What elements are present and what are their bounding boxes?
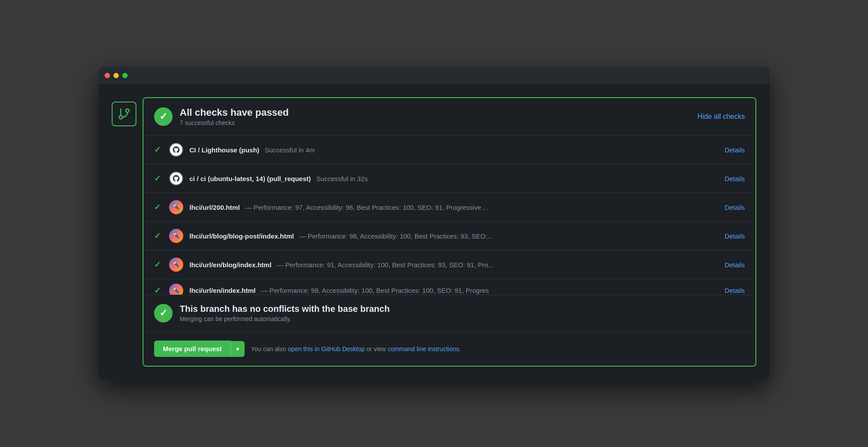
merge-dropdown-button[interactable]: ▾ <box>230 341 245 357</box>
github-desktop-link[interactable]: open this in GitHub Desktop <box>288 345 365 352</box>
check-row: ✓ ci / ci (ubuntu-latest, 14) (pull_requ… <box>143 164 755 193</box>
branch-status-text: This branch has no conflicts with the ba… <box>180 304 390 322</box>
branch-status-section: ✓ This branch has no conflicts with the … <box>143 295 755 332</box>
checks-header: ✓ All checks have passed 7 successful ch… <box>143 98 755 136</box>
lhci-logo-icon: 🔦 <box>169 284 183 295</box>
check-text-2: ci / ci (ubuntu-latest, 14) (pull_reques… <box>189 175 718 182</box>
check-text-3: lhci/url/200.html — Performance: 97, Acc… <box>189 204 718 211</box>
check-text-4: lhci/url/blog/blog-post/index.html — Per… <box>189 232 718 240</box>
check-row-partial: ✓ 🔦 lhci/url/en/index.html — Performance… <box>143 279 755 295</box>
branch-checkmark: ✓ <box>159 307 167 319</box>
maximize-button[interactable] <box>122 73 128 78</box>
check-row: ✓ 🔦 lhci/url/blog/blog-post/index.html —… <box>143 222 755 250</box>
checks-title-group: All checks have passed 7 successful chec… <box>180 107 289 126</box>
check-success-icon: ✓ <box>154 145 163 155</box>
check-text-1: CI / Lighthouse (push) Successful in 4m <box>189 146 718 154</box>
merge-pull-request-button[interactable]: Merge pull request <box>154 341 230 357</box>
github-logo-icon <box>169 143 183 157</box>
check-success-icon: ✓ <box>154 260 163 269</box>
details-link-3[interactable]: Details <box>725 204 745 211</box>
check-success-icon: ✓ <box>154 231 163 241</box>
checkmark-symbol: ✓ <box>159 111 167 122</box>
check-text-6: lhci/url/en/index.html — Performance: 98… <box>189 287 718 294</box>
main-panel: ✓ All checks have passed 7 successful ch… <box>143 97 756 367</box>
merge-section: Merge pull request ▾ You can also open t… <box>143 332 755 366</box>
check-success-icon: ✓ <box>154 202 163 212</box>
check-text-5: lhci/url/en/blog/index.html — Performanc… <box>189 261 718 269</box>
lhci-logo-icon: 🔦 <box>169 258 183 272</box>
content-area: ✓ All checks have passed 7 successful ch… <box>98 84 770 380</box>
git-branch-icon <box>117 107 131 121</box>
minimize-button[interactable] <box>113 73 119 78</box>
github-logo-icon <box>169 171 183 186</box>
lhci-logo-icon: 🔦 <box>169 200 183 214</box>
title-bar <box>98 67 770 84</box>
close-button[interactable] <box>105 73 110 78</box>
details-link-5[interactable]: Details <box>725 261 745 269</box>
branch-title: This branch has no conflicts with the ba… <box>180 304 390 314</box>
merge-info-text: You can also open this in GitHub Desktop… <box>251 345 461 352</box>
details-link-2[interactable]: Details <box>725 175 745 182</box>
details-link-6[interactable]: Details <box>725 287 745 294</box>
dropdown-arrow-icon: ▾ <box>236 345 239 352</box>
check-success-icon: ✓ <box>154 174 163 183</box>
checks-subtitle: 7 successful checks <box>180 119 289 126</box>
check-row: ✓ 🔦 lhci/url/en/blog/index.html — Perfor… <box>143 250 755 279</box>
main-window: ✓ All checks have passed 7 successful ch… <box>98 67 770 380</box>
hide-all-checks-button[interactable]: Hide all checks <box>697 113 745 121</box>
details-link-1[interactable]: Details <box>725 146 745 154</box>
check-success-icon: ✓ <box>154 286 163 295</box>
details-link-4[interactable]: Details <box>725 232 745 240</box>
checks-header-left: ✓ All checks have passed 7 successful ch… <box>154 107 289 126</box>
sidebar-git-icon <box>112 102 136 126</box>
all-passed-icon: ✓ <box>154 107 173 126</box>
lhci-logo-icon: 🔦 <box>169 229 183 243</box>
check-row: ✓ 🔦 lhci/url/200.html — Performance: 97,… <box>143 193 755 222</box>
checks-list: ✓ CI / Lighthouse (push) Successful in 4… <box>143 136 755 295</box>
checks-title: All checks have passed <box>180 107 289 118</box>
command-line-link[interactable]: command line instructions <box>388 345 459 352</box>
merge-btn-group: Merge pull request ▾ <box>154 341 245 357</box>
branch-subtitle: Merging can be performed automatically. <box>180 315 390 322</box>
branch-ok-icon: ✓ <box>154 304 173 322</box>
check-row: ✓ CI / Lighthouse (push) Successful in 4… <box>143 136 755 164</box>
